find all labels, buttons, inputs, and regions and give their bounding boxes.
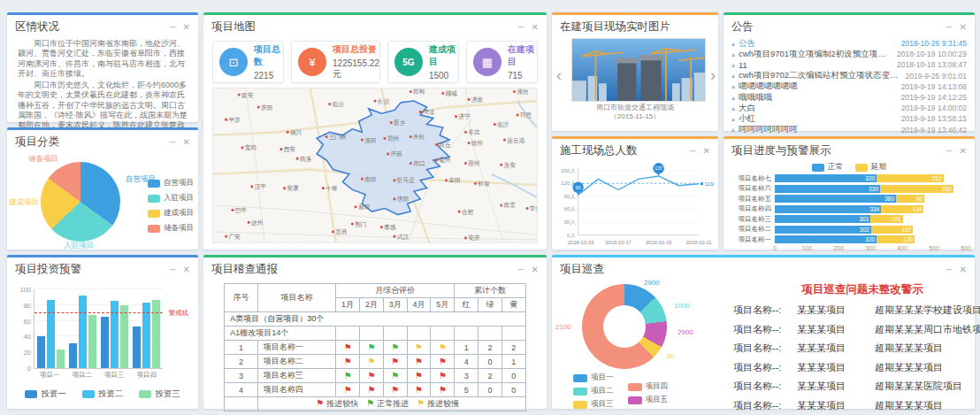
panel-header: 项目投资预警 ─✕ — [7, 257, 198, 279]
construction-photo — [571, 38, 706, 102]
map-city-label: 连云港 — [507, 136, 524, 143]
bar-group — [101, 289, 128, 368]
minimize-icon[interactable]: ─ — [170, 138, 176, 147]
flag-icon: ⚑ — [344, 342, 352, 352]
carousel-next-button[interactable]: › — [710, 66, 716, 85]
panel-announcements: 公告 ─✕ ▴公告2018-10-26 9:31:45▴cwh项目9701项立项… — [724, 12, 975, 131]
map-city-label: 洛阳 — [364, 136, 376, 143]
henan-map[interactable]: 延安庆阳平凉临汾长治邯郸聊城济南潍坊菏泽济宁日照临沂枣庄徐州连云港三门峡洛阳新乡… — [212, 88, 538, 243]
bar-delay: 132 — [871, 226, 914, 234]
donut-value-label: 2100 — [555, 323, 571, 331]
bar[interactable] — [133, 327, 141, 368]
bar[interactable] — [152, 300, 160, 368]
announcement-item[interactable]: ▴嗯嗯嗯嗯嗯嗯嗯2019-9-19 14:13:06 — [731, 81, 967, 92]
announcement-item[interactable]: ▴哦哦哦哦2019-9-19 14:12:25 — [731, 92, 967, 103]
close-icon[interactable]: ✕ — [703, 147, 710, 156]
progress-row[interactable]: 项目名称七320210 — [731, 174, 966, 183]
patrol-legend: 项目一项目二项目三项目四项目五 — [573, 373, 668, 410]
investment-bar-chart[interactable]: 020406080100警戒线 项目一项目二项目三项目四 — [34, 289, 189, 380]
patrol-row[interactable]: 项目名称--:某某某项目超期某某某学校建设项目 — [733, 304, 980, 317]
dashboard: 区情状况 ─✕ 周口市位于中国河南省东南部，地处沙河、颍河、贾鲁河交汇处，东临安… — [0, 0, 980, 415]
legend-item: 投资三 — [139, 388, 180, 400]
progress-row[interactable]: 项目名称五38090 — [731, 195, 966, 204]
x-axis-label: 项目二 — [73, 371, 93, 380]
bullet-icon: ▴ — [731, 82, 735, 90]
bar[interactable] — [88, 315, 96, 368]
announcement-item[interactable]: ▴公告2018-10-26 9:31:45 — [731, 38, 967, 49]
announcement-item[interactable]: ▴小红2019-9-19 13:58:15 — [731, 113, 967, 124]
patrol-row[interactable]: 项目名称--:某某某项目超期某某某周口市地铁项目 — [733, 323, 980, 336]
announcement-item[interactable]: ▴大白2019-9-19 14:00:02 — [731, 103, 967, 113]
map-city-label: 商丘 — [439, 142, 450, 148]
minimize-icon[interactable]: ─ — [170, 23, 176, 32]
table-subsection-row: A1棚改项目14个 — [225, 327, 525, 341]
flag-icon: ⚑ — [439, 342, 447, 352]
stat-card[interactable]: ▦在建项目715 — [466, 41, 538, 83]
minimize-icon[interactable]: ─ — [518, 23, 524, 32]
announcement-item[interactable]: ▴cwh项目9701项立项编制2初设预立项状态变更...2018-10-19 1… — [731, 49, 967, 59]
bar[interactable] — [47, 300, 55, 368]
bar-normal: 330 — [775, 185, 880, 193]
minimize-icon[interactable]: ─ — [518, 265, 524, 274]
minimize-icon[interactable]: ─ — [690, 147, 696, 156]
table-row[interactable]: 4项目名称四⚑⚑⚑⚑⚑500 — [225, 383, 525, 397]
patrol-donut-chart[interactable] — [582, 284, 667, 369]
bar-delay: 230 — [880, 185, 953, 193]
close-icon[interactable]: ✕ — [183, 265, 190, 274]
bar[interactable] — [101, 317, 109, 368]
bar[interactable] — [69, 343, 77, 368]
patrol-row[interactable]: 项目名称--:某某某项目超期某某某项目 — [733, 399, 980, 412]
map-city-label: 西安 — [284, 146, 295, 153]
close-icon[interactable]: ✕ — [183, 138, 190, 147]
minimize-icon[interactable]: ─ — [170, 265, 176, 274]
donut-value-label: 2900 — [644, 279, 660, 287]
progress-row[interactable]: 项目名称一320120 — [731, 235, 966, 244]
minimize-icon[interactable]: ─ — [946, 23, 953, 32]
patrol-row[interactable]: 项目名称--:某某某项目超期某某某医院项目 — [733, 380, 980, 393]
stat-card[interactable]: ¥项目总投资1225155.22元 — [291, 41, 380, 83]
close-icon[interactable]: ✕ — [960, 23, 967, 32]
progress-row[interactable]: 项目名称四334134 — [731, 204, 966, 213]
progress-legend: 正常延期 — [724, 162, 975, 173]
carousel-prev-button[interactable]: ‹ — [556, 66, 562, 85]
announcement-item[interactable]: ▴cwh项目9702二次编辑站村预立项状态变更为...2019-9-25 9:0… — [731, 71, 967, 81]
table-row[interactable]: 1项目名称一⚑⚑⚑⚑⚑122 — [225, 341, 525, 355]
progress-row[interactable]: 项目名称二302132 — [731, 225, 966, 234]
patrol-row[interactable]: 项目名称--:某某某项目超期某某某项目 — [733, 361, 980, 374]
map-city-label: 宜昌 — [335, 228, 347, 235]
map-city-label: 平凉 — [228, 117, 240, 123]
table-row[interactable]: 3项目名称三⚑⚑⚑⚑⚑320 — [225, 369, 525, 383]
minimize-icon[interactable]: ─ — [946, 265, 953, 274]
headcount-line-chart[interactable]: 0人30人60人90人120人150人931372018-10-152018-1… — [552, 162, 718, 250]
close-icon[interactable]: ✕ — [532, 23, 539, 32]
stat-card[interactable]: 5G建成项目1500 — [387, 41, 459, 83]
classification-pie-chart[interactable] — [41, 162, 120, 242]
flag-icon: ⚑ — [415, 385, 423, 395]
minimize-icon[interactable]: ─ — [946, 147, 953, 156]
close-icon[interactable]: ✕ — [183, 23, 190, 32]
announcement-item[interactable]: ▴112018-10-18 13:08:47 — [731, 59, 967, 70]
announcement-time: 2019-9-19 14:13:06 — [901, 82, 967, 91]
bar-normal: 302 — [775, 226, 871, 234]
progress-bar-chart[interactable]: 项目名称七320210项目名称六330230项目名称五38090项目名称四334… — [724, 174, 975, 244]
bullet-icon: ▴ — [731, 115, 735, 123]
bar[interactable] — [111, 301, 119, 368]
announcement-time: 2019-9-19 13:58:15 — [901, 114, 967, 123]
svg-text:2018-10-15: 2018-10-15 — [568, 240, 593, 245]
patrol-row[interactable]: 项目名称--:某某某项目超期某某某项目 — [733, 342, 980, 355]
bar[interactable] — [120, 305, 128, 368]
svg-text:60人: 60人 — [563, 205, 576, 211]
announcement-item[interactable]: ▴呵呵呵呵呵呵呵2019-9-19 13:46:42 — [731, 125, 967, 135]
bar[interactable] — [37, 336, 45, 368]
legend-item: 储备项目 — [148, 223, 194, 234]
close-icon[interactable]: ✕ — [532, 265, 539, 274]
bar[interactable] — [79, 296, 87, 368]
bar[interactable] — [57, 350, 65, 368]
table-row[interactable]: 2项目名称二⚑⚑⚑⚑⚑401 — [225, 355, 525, 369]
bar-normal: 320 — [775, 174, 877, 182]
progress-row[interactable]: 项目名称六330230 — [731, 184, 966, 193]
progress-row[interactable]: 项目名称三301101 — [731, 215, 966, 224]
close-icon[interactable]: ✕ — [960, 265, 967, 274]
stat-card[interactable]: ⊡项目总数2215 — [212, 41, 284, 83]
close-icon[interactable]: ✕ — [960, 147, 967, 156]
